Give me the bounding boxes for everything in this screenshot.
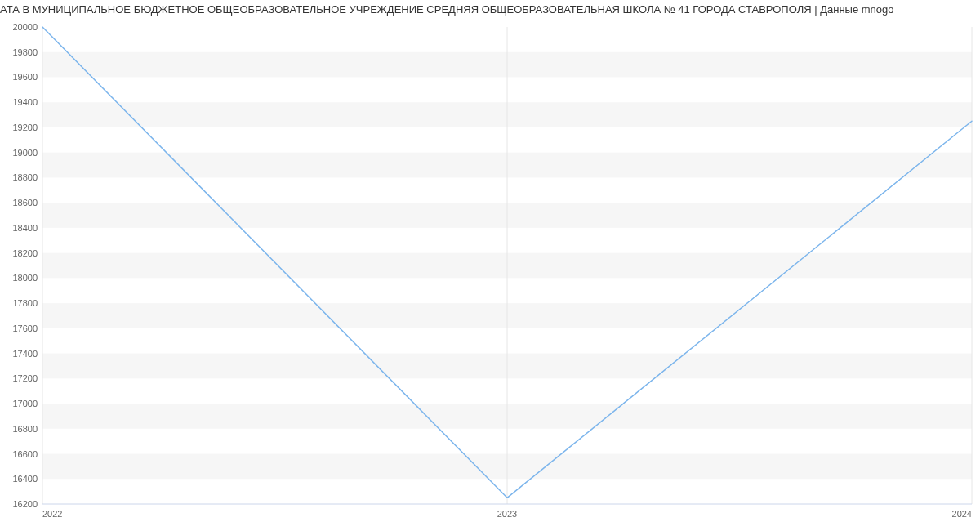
x-tick-label: 2022 (42, 509, 62, 519)
y-tick-label: 20000 (12, 22, 38, 32)
y-tick-label: 19200 (12, 123, 38, 132)
y-tick-label: 18800 (12, 172, 38, 182)
y-tick-label: 18600 (12, 198, 38, 207)
y-tick: 17000 (12, 399, 38, 408)
y-tick: 16400 (12, 474, 38, 484)
y-tick-label: 18200 (12, 248, 38, 258)
y-tick-label: 16200 (12, 499, 38, 509)
chart-svg: 1620016400166001680017000172001740017600… (0, 20, 980, 527)
y-tick: 18800 (12, 172, 38, 182)
y-tick-label: 16600 (12, 449, 38, 459)
y-tick: 18200 (12, 248, 38, 258)
y-tick-label: 19800 (12, 47, 38, 57)
y-tick: 20000 (12, 22, 38, 32)
chart-area: 1620016400166001680017000172001740017600… (0, 20, 980, 527)
y-tick-label: 17800 (12, 298, 38, 308)
y-tick-label: 19600 (12, 72, 38, 82)
y-tick-label: 16800 (12, 424, 38, 434)
y-tick: 17600 (12, 324, 38, 333)
y-tick: 18600 (12, 198, 38, 207)
y-tick-label: 17600 (12, 324, 38, 333)
y-tick: 17200 (12, 373, 38, 383)
y-tick: 18000 (12, 273, 38, 283)
y-tick: 16800 (12, 424, 38, 434)
y-tick-label: 17200 (12, 373, 38, 383)
y-tick: 17400 (12, 349, 38, 359)
y-tick-label: 18000 (12, 273, 38, 283)
y-tick-label: 16400 (12, 474, 38, 484)
chart-title: АТА В МУНИЦИПАЛЬНОЕ БЮДЖЕТНОЕ ОБЩЕОБРАЗО… (0, 0, 980, 20)
y-tick: 19400 (12, 97, 38, 107)
x-tick-label: 2023 (497, 509, 517, 519)
y-tick: 18400 (12, 223, 38, 233)
y-tick: 19800 (12, 47, 38, 57)
y-tick: 16200 (12, 499, 38, 509)
x-tick-label: 2024 (952, 509, 972, 519)
y-tick: 19200 (12, 123, 38, 132)
x-tick: 2022 (42, 509, 62, 519)
y-tick: 16600 (12, 449, 38, 459)
x-tick: 2024 (952, 509, 972, 519)
y-tick-label: 17000 (12, 399, 38, 408)
y-tick-label: 17400 (12, 349, 38, 359)
y-tick-label: 19400 (12, 97, 38, 107)
y-tick: 19000 (12, 148, 38, 158)
y-tick: 19600 (12, 72, 38, 82)
y-tick-label: 18400 (12, 223, 38, 233)
y-tick-label: 19000 (12, 148, 38, 158)
y-tick: 17800 (12, 298, 38, 308)
x-tick: 2023 (497, 509, 517, 519)
